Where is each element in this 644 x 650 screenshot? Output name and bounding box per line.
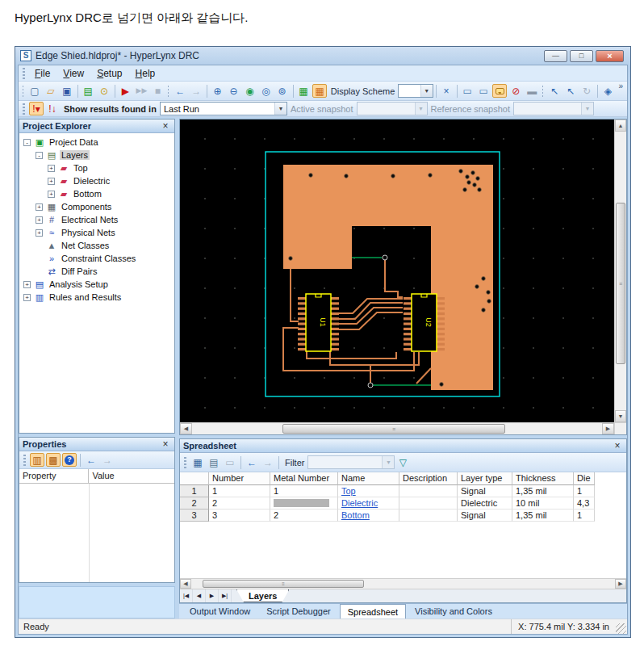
spreadsheet-close-icon[interactable]: × (612, 440, 623, 451)
select-results-icon[interactable]: ↖ (547, 84, 562, 98)
toolbar-grip[interactable] (23, 86, 23, 97)
tree-expander[interactable]: + (23, 281, 31, 288)
scroll-right-icon[interactable]: ▶ (615, 579, 626, 589)
column-header-number[interactable]: Number (209, 472, 270, 485)
chevron-down-icon[interactable]: ▼ (274, 103, 286, 115)
column-header-layer-type[interactable]: Layer type (458, 472, 512, 485)
tree-item-physical-nets[interactable]: +≈Physical Nets (19, 226, 174, 239)
menu-setup[interactable]: Setup (90, 66, 128, 81)
forward-icon[interactable]: → (261, 455, 275, 469)
menu-help[interactable]: Help (129, 66, 162, 81)
tree-item-components[interactable]: +▦Components (19, 200, 174, 213)
edit-table-icon[interactable]: ▦ (190, 455, 205, 469)
stop-icon[interactable]: ■ (150, 84, 165, 98)
column-header-description[interactable]: Description (399, 472, 458, 485)
properties-close-icon[interactable]: × (160, 438, 171, 450)
column-header-name[interactable]: Name (338, 472, 399, 485)
tree-expander[interactable]: + (23, 294, 31, 301)
show-results-toggle-icon[interactable]: !▾ (29, 102, 44, 115)
tree-item-electrical-nets[interactable]: +#Electrical Nets (19, 213, 174, 226)
back-icon[interactable]: ← (84, 453, 98, 467)
resize-grip[interactable] (616, 623, 626, 634)
table-row[interactable]: 332BottomSignal1,35 mil1 (180, 510, 626, 522)
copy-window-icon[interactable]: ▭ (476, 84, 491, 98)
toolbar-grip[interactable] (168, 86, 169, 97)
comment-icon[interactable] (492, 84, 507, 98)
layer-link[interactable]: Bottom (341, 510, 370, 520)
tree-expander[interactable]: + (36, 203, 43, 211)
back-icon[interactable]: ← (245, 455, 259, 469)
back-icon[interactable]: ← (173, 84, 187, 98)
tree-expander[interactable]: + (48, 178, 55, 185)
row-number[interactable]: 3 (180, 510, 209, 522)
forward-icon[interactable]: → (189, 84, 203, 98)
layer-link[interactable]: Dielectric (341, 498, 378, 508)
minimize-button[interactable]: — (544, 50, 567, 62)
scroll-up-icon[interactable]: ▲ (615, 120, 626, 132)
properties-body[interactable] (19, 484, 174, 582)
sort-results-icon[interactable]: !↓ (45, 102, 60, 115)
select-objects-icon[interactable]: ↖ (563, 84, 578, 98)
alphabetical-view-icon[interactable]: ▩ (46, 453, 61, 467)
toolbar-grip[interactable] (184, 457, 186, 468)
column-header-die[interactable]: Die (574, 472, 595, 485)
print-icon[interactable]: ▤ (207, 455, 221, 469)
tree-expander[interactable]: + (48, 165, 55, 172)
sheet-nav-button[interactable]: ▶ (206, 589, 219, 602)
filter-funnel-icon[interactable]: ▽ (395, 455, 410, 469)
tree-item-rules-and-results[interactable]: +▥Rules and Results (19, 291, 174, 304)
pcb-hscroll-thumb[interactable]: ≡ (282, 424, 505, 434)
column-header-thickness[interactable]: Thickness (512, 472, 574, 485)
toolbar-overflow[interactable]: » (616, 82, 625, 90)
tree-item-diff-pairs[interactable]: ⇄Diff Pairs (19, 265, 174, 278)
forward-icon[interactable]: → (100, 453, 115, 467)
ruler-icon[interactable]: ▬ (525, 84, 539, 98)
tree-item-bottom[interactable]: +▰Bottom (19, 187, 174, 200)
categorized-view-icon[interactable]: ▥ (30, 453, 44, 467)
dock-tab-output-window[interactable]: Output Window (182, 604, 257, 619)
pcb-vertical-scrollbar[interactable]: ▲ ≡ ▼ (614, 120, 626, 422)
toolbar-grip[interactable] (23, 103, 25, 115)
refresh-icon[interactable]: ↻ (579, 84, 594, 98)
tree-item-top[interactable]: +▰Top (19, 161, 174, 174)
sheet-nav-button[interactable]: ◀ (193, 589, 206, 602)
pcb-vscroll-thumb[interactable]: ≡ (616, 203, 625, 364)
zoom-all-icon[interactable]: ⊚ (275, 84, 290, 98)
tree-item-net-classes[interactable]: ▲Net Classes (19, 239, 174, 252)
scroll-down-icon[interactable]: ▼ (615, 410, 626, 422)
tree-item-layers[interactable]: -▤Layers (19, 149, 174, 161)
row-number[interactable]: 2 (180, 497, 209, 510)
grid-toggle-icon[interactable]: ▦ (312, 84, 327, 98)
run-drc-icon[interactable]: ▶ (118, 84, 132, 98)
toolbar-grip[interactable] (542, 86, 543, 97)
table-row[interactable]: 22DielectricDielectric10 mil4,3 (180, 497, 626, 510)
scroll-right-icon[interactable]: ▶ (602, 423, 614, 434)
tree-expander[interactable]: - (23, 139, 31, 146)
tree-expander[interactable]: - (36, 152, 43, 159)
tree-item-constraint-classes[interactable]: »Constraint Classes (19, 252, 174, 265)
zoom-in-icon[interactable]: ⊕ (211, 84, 225, 98)
tree-expander[interactable]: + (36, 216, 43, 224)
probe-icon[interactable]: ⊙ (97, 84, 111, 98)
world-view-icon[interactable]: ◈ (600, 84, 615, 98)
tree-item-analysis-setup[interactable]: +▤Analysis Setup (19, 278, 174, 291)
step-icon[interactable]: ▶▶ (134, 84, 148, 98)
board-view-icon[interactable]: ▦ (296, 84, 311, 98)
drc-off-icon[interactable]: ⊘ (508, 84, 523, 98)
sheet-nav-button[interactable]: ▶| (219, 589, 232, 602)
copy-icon[interactable]: ▭ (223, 455, 237, 469)
zoom-selection-icon[interactable]: ◎ (259, 84, 274, 98)
tree-item-dielectric[interactable]: +▰Dielectric (19, 174, 174, 187)
tree-item-project-data[interactable]: -▣Project Data (19, 136, 174, 149)
table-row[interactable]: 111TopSignal1,35 mil1 (180, 485, 626, 497)
menu-grip[interactable] (23, 68, 25, 79)
row-number[interactable]: 1 (180, 485, 209, 497)
spreadsheet-hscrollbar[interactable]: ◀ ≡ ▶ (180, 578, 626, 589)
zoom-area-icon[interactable]: ◉ (243, 84, 257, 98)
sheet-nav-button[interactable]: |◀ (180, 589, 193, 602)
dock-tab-visibility-and-colors[interactable]: Visibility and Colors (408, 604, 500, 619)
pcb-horizontal-scrollbar[interactable]: ◀ ≡ ▶ (180, 422, 614, 434)
new-file-icon[interactable]: ▢ (27, 84, 42, 98)
tree-expander[interactable]: + (36, 229, 43, 237)
stackup-editor-icon[interactable]: ▤ (81, 84, 95, 98)
